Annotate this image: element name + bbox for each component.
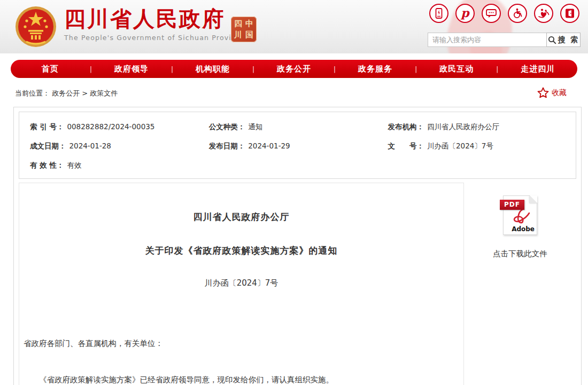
- site-subtitle: The People's Government of Sichuan Provi…: [64, 34, 245, 42]
- pdf-badge: PDF: [500, 200, 524, 210]
- nav-separator: |: [496, 65, 498, 73]
- content-row: 四川省人民政府办公厅 关于印发《省政府政策解读实施方案》的通知 川办函〔2024…: [19, 183, 576, 385]
- meta-doc-type: 公文种类：通知: [209, 121, 388, 132]
- breadcrumb-prefix: 当前位置：: [15, 89, 50, 97]
- adobe-swoosh-icon: [510, 208, 531, 227]
- nav-separator: |: [415, 65, 417, 73]
- search-bar: 搜 索: [428, 33, 581, 47]
- meta-doc-number: 文 号：川办函〔2024〕7号: [388, 140, 576, 152]
- breadcrumb-row: 当前位置： 政务公开 > 政策文件 收藏: [0, 85, 588, 103]
- search-button-label: 搜 索: [558, 35, 579, 45]
- nav-separator: |: [252, 65, 254, 73]
- seal-char: 中: [244, 18, 255, 29]
- search-button[interactable]: 搜 索: [546, 33, 581, 47]
- nav-item-about-sichuan[interactable]: 走进四川: [498, 64, 577, 74]
- breadcrumb-separator: >: [82, 89, 88, 97]
- p-platform-icon[interactable]: p: [455, 4, 475, 23]
- national-emblem-logo: [14, 3, 57, 50]
- breadcrumb-link-policy-docs[interactable]: 政策文件: [90, 89, 118, 97]
- document-title-line2: 关于印发《省政府政策解读实施方案》的通知: [24, 245, 459, 257]
- download-file-link[interactable]: 点击下载此文件: [464, 249, 576, 259]
- document-number: 川办函〔2024〕7号: [24, 278, 459, 288]
- quick-icons-bar: p: [429, 4, 579, 23]
- breadcrumb: 当前位置： 政务公开 > 政策文件: [15, 89, 118, 98]
- meta-written-date: 成文日期：2024-01-28: [30, 140, 209, 152]
- document-title-line1: 四川省人民政府办公厅: [24, 211, 459, 223]
- meta-issuing-agency: 发布机构：四川省人民政府办公厅: [388, 121, 576, 132]
- nav-item-gov-openness[interactable]: 政务公开: [254, 64, 334, 74]
- nav-item-home[interactable]: 首页: [11, 64, 90, 74]
- main-nav: 首页 | 政府领导 | 机构职能 | 政务公开 | 政务服务 | 政民互动 | …: [11, 60, 577, 78]
- nav-item-interaction[interactable]: 政民互动: [417, 64, 496, 74]
- meta-publish-date: 发布日期：2024-01-29: [209, 140, 388, 152]
- elder-care-icon[interactable]: [534, 4, 553, 23]
- meta-index-number: 索 引 号：008282882/2024-00035: [30, 121, 209, 132]
- login-door-icon[interactable]: [560, 4, 579, 23]
- document-paragraph-body: 《省政府政策解读实施方案》已经省政府领导同意，现印发给你们，请认真组织实施。: [24, 374, 459, 385]
- page: 四川省人民政府 The People's Government of Sichu…: [0, 0, 588, 385]
- accessibility-wheelchair-icon[interactable]: [508, 4, 527, 23]
- nav-item-functions[interactable]: 机构职能: [173, 64, 252, 74]
- nav-separator: |: [171, 65, 173, 73]
- china-sichuan-seal: 四 中 川 国: [231, 17, 257, 42]
- adobe-brand-label: Adobe: [512, 225, 535, 233]
- nav-item-leaders[interactable]: 政府领导: [92, 64, 171, 74]
- message-icon[interactable]: [482, 4, 501, 23]
- nav-separator: |: [90, 65, 92, 73]
- nav-separator: |: [334, 65, 336, 73]
- site-title: 四川省人民政府: [64, 7, 245, 30]
- site-header: 四川省人民政府 The People's Government of Sichu…: [0, 0, 588, 53]
- meta-validity: 有 效 性：有效: [30, 159, 209, 171]
- page-fold-corner: [530, 195, 537, 203]
- seal-char: 四: [233, 18, 244, 29]
- favorite-label: 收藏: [552, 88, 567, 98]
- star-icon: [537, 87, 549, 98]
- search-input[interactable]: [428, 33, 546, 47]
- search-icon: [548, 36, 556, 44]
- breadcrumb-link-gov-openness[interactable]: 政务公开: [52, 89, 80, 97]
- brand-block: 四川省人民政府 The People's Government of Sichu…: [64, 7, 245, 42]
- seal-char: 国: [244, 29, 255, 41]
- document-paragraph-salutation: 省政府各部门、各直属机构，有关单位：: [24, 337, 459, 349]
- document-container: 索 引 号：008282882/2024-00035 公文种类：通知 发布机构：…: [13, 107, 582, 385]
- document-meta-table: 索 引 号：008282882/2024-00035 公文种类：通知 发布机构：…: [19, 112, 576, 179]
- pdf-download-panel: PDF Adobe 点击下载此文件: [464, 183, 576, 385]
- seal-char: 川: [233, 29, 244, 41]
- pdf-file-icon[interactable]: PDF Adobe: [503, 195, 537, 235]
- document-body: 四川省人民政府办公厅 关于印发《省政府政策解读实施方案》的通知 川办函〔2024…: [19, 183, 464, 385]
- favorite-button[interactable]: 收藏: [537, 87, 567, 98]
- nav-item-gov-services[interactable]: 政务服务: [336, 64, 415, 74]
- mobile-app-icon[interactable]: [429, 4, 448, 23]
